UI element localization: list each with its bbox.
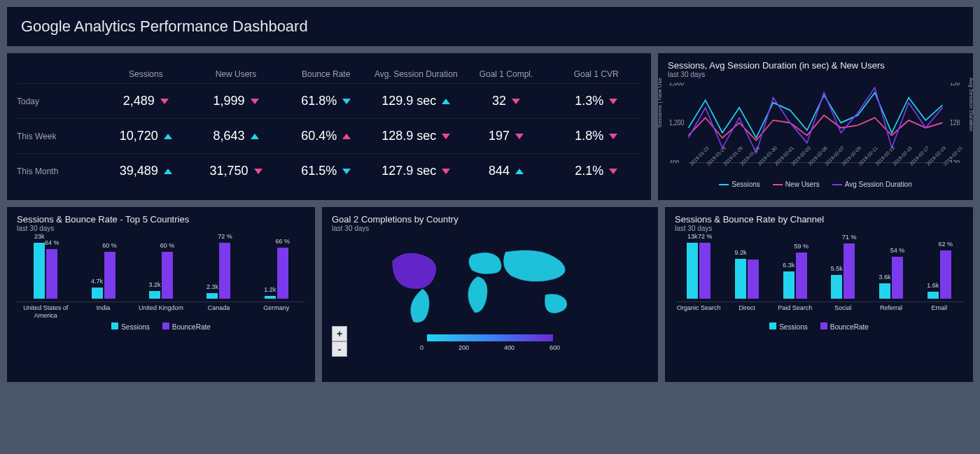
trend-down-icon [609, 169, 617, 174]
line-chart-title: Sessions, Avg Session Duration (in sec) … [668, 60, 963, 71]
sessions-bar: 5.5k [831, 275, 842, 299]
bar-group: 3.6k 54 % Referral [867, 236, 916, 318]
sessions-bar: 1.2k [265, 296, 276, 299]
bar-category: United Kingdom [132, 302, 190, 318]
legend-item: New Users [773, 180, 820, 188]
kpi-value: 2.1% [551, 164, 641, 178]
map-zoom-out-button[interactable]: - [332, 341, 347, 357]
map-color-scale [427, 334, 553, 341]
bouncerate-bar: 71 % [844, 243, 855, 299]
kpi-header: Bounce Rate [281, 69, 371, 79]
map-tick: 0 [420, 344, 424, 351]
kpi-value: 8,643 [191, 129, 281, 143]
trend-down-icon [515, 134, 524, 139]
page-header: Google Analytics Performance Dashboard [7, 7, 973, 46]
sessions-bar: 2.3k [206, 293, 218, 299]
bar-group: 4.7k 60 % India [74, 236, 132, 318]
bouncerate-bar [748, 260, 759, 299]
countries-bar-panel: Sessions & Bounce Rate - Top 5 Countries… [7, 207, 315, 382]
countries-bars: 23k 64 % United States of America 4.7k 6… [17, 238, 305, 318]
map-zoom-in-button[interactable]: + [332, 326, 347, 341]
map-title: Goal 2 Completions by Country [332, 214, 648, 225]
svg-text:128: 128 [950, 120, 960, 127]
sessions-bar: 3.2k [149, 291, 160, 299]
map-tick: 400 [504, 344, 514, 351]
sessions-bar: 13k [687, 243, 698, 299]
kpi-value: 844 [461, 164, 552, 178]
trend-down-icon [609, 134, 617, 139]
trend-down-icon [609, 99, 617, 104]
bar-category: Direct [723, 302, 771, 318]
kpi-value: 32 [461, 94, 552, 108]
svg-text:136: 136 [950, 83, 960, 87]
channel-bar-subtitle: last 30 days [675, 225, 963, 232]
kpi-value: 61.5% [281, 164, 371, 178]
bouncerate-bar: 66 % [277, 248, 288, 299]
kpi-row: This Week10,7208,64360.4%128.9 sec1971.8… [17, 118, 641, 153]
bouncerate-bar: 64 % [46, 249, 57, 299]
map-zoom-controls: + - [332, 326, 347, 357]
legend-item: Sessions [719, 180, 760, 188]
trend-down-icon [160, 99, 169, 104]
kpi-value: 39,489 [101, 164, 191, 178]
bar-group: 6.3k 59 % Paid Search [771, 236, 819, 318]
kpi-value: 127.9 sec [371, 164, 461, 178]
sessions-bar: 6.3k [783, 271, 794, 299]
kpi-value: 2,489 [101, 94, 191, 108]
line-chart-panel: Sessions, Avg Session Duration (in sec) … [658, 53, 973, 200]
bar-group: 5.5k 71 % Social [819, 236, 867, 318]
kpi-value: 61.8% [281, 94, 371, 108]
trend-down-icon [251, 99, 259, 104]
legend-sessions: Sessions [779, 323, 808, 331]
left-axis-label: Sessions | New Use [658, 78, 663, 127]
trend-up-icon [442, 99, 450, 104]
bar-group: 13k 72 % Organic Search [675, 236, 723, 318]
trend-down-icon [342, 99, 351, 104]
kpi-value: 128.9 sec [371, 129, 461, 143]
kpi-period-label: This Week [17, 132, 101, 141]
bar-group: 9.2k Direct [723, 236, 771, 318]
kpi-value: 60.4% [281, 129, 371, 143]
map-scale-ticks: 0200400600 [420, 344, 560, 351]
svg-text:2,000: 2,000 [669, 83, 684, 87]
bar-category: Social [819, 302, 867, 318]
right-axis-label: Avg Session Duration [968, 78, 973, 132]
trend-up-icon [515, 169, 524, 174]
kpi-value: 197 [461, 129, 552, 143]
trend-up-icon [164, 134, 172, 139]
trend-up-icon [251, 134, 259, 139]
map-subtitle: last 30 days [332, 225, 648, 232]
bouncerate-bar: 60 % [104, 252, 115, 299]
bouncerate-bar: 72 % [219, 243, 230, 299]
bar-group: 1.6k 62 % Email [915, 236, 963, 318]
countries-bar-title: Sessions & Bounce Rate - Top 5 Countries [17, 214, 305, 225]
kpi-value: 10,720 [101, 129, 191, 143]
line-x-axis: 2019-01-222019-01-242019-01-262019-01-28… [668, 163, 963, 168]
page-title: Google Analytics Performance Dashboard [21, 17, 959, 36]
map-tick: 200 [458, 344, 469, 351]
kpi-header: Goal 1 CVR [551, 69, 641, 79]
bouncerate-bar: 72 % [699, 243, 710, 299]
line-chart-subtitle: last 30 days [668, 71, 963, 78]
trend-down-icon [512, 99, 520, 104]
countries-legend: Sessions BounceRate [17, 322, 305, 331]
bar-category: Germany [248, 302, 305, 318]
bar-group: 23k 64 % United States of America [17, 236, 74, 318]
kpi-header: New Users [191, 69, 281, 79]
sessions-bar: 4.7k [92, 288, 103, 299]
trend-down-icon [442, 134, 450, 139]
kpi-value: 1,999 [191, 94, 281, 108]
world-map[interactable] [378, 236, 602, 334]
sessions-bar: 1.6k [927, 292, 939, 299]
line-legend: SessionsNew UsersAvg Session Duration [668, 180, 963, 188]
trend-up-icon [164, 169, 172, 174]
map-tick: 600 [550, 344, 560, 351]
bar-category: Referral [867, 302, 916, 318]
bar-group: 1.2k 66 % Germany [248, 236, 305, 318]
trend-down-icon [342, 169, 351, 174]
kpi-row: Today2,4891,99961.8%129.9 sec321.3% [17, 83, 641, 118]
kpi-row: This Month39,48931,75061.5%127.9 sec8442… [17, 153, 641, 188]
kpi-value: 31,750 [191, 164, 281, 178]
bar-group: 2.3k 72 % Canada [190, 236, 247, 318]
sessions-bar: 9.2k [735, 259, 746, 299]
